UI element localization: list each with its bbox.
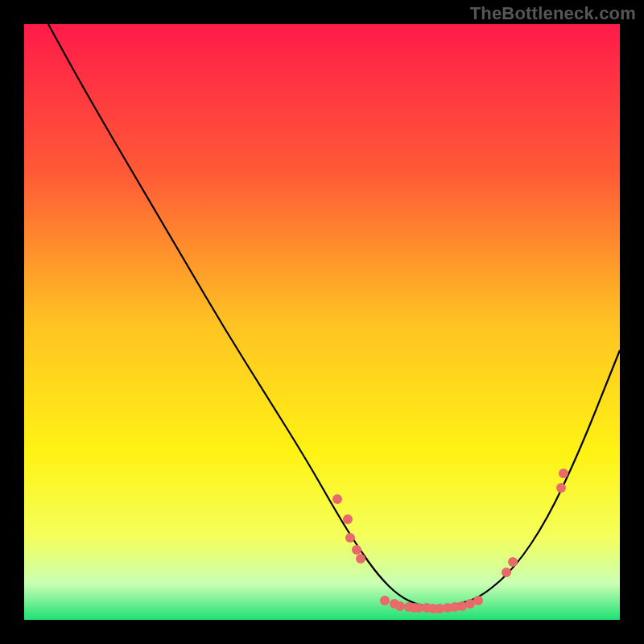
chart-frame: TheBottleneck.com — [0, 0, 644, 644]
bottleneck-chart — [0, 0, 644, 644]
scatter-point — [352, 545, 361, 555]
scatter-point — [345, 533, 355, 543]
scatter-point — [343, 514, 353, 524]
scatter-point — [508, 557, 518, 567]
scatter-point — [556, 483, 566, 493]
scatter-point — [559, 469, 568, 478]
gradient-background — [24, 24, 620, 620]
scatter-point — [332, 494, 342, 504]
scatter-point — [356, 554, 365, 564]
scatter-point — [473, 596, 483, 605]
scatter-point — [502, 568, 511, 577]
scatter-point — [380, 596, 390, 605]
scatter-point — [395, 601, 405, 611]
